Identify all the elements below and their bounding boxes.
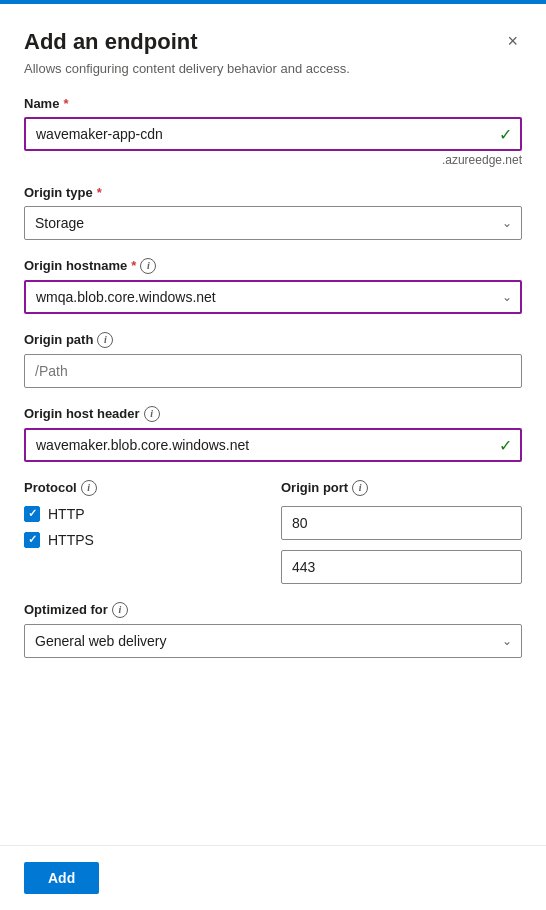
origin-path-info-icon[interactable]: i [97, 332, 113, 348]
panel-body: Name * ✓ .azureedge.net Origin type * St… [0, 88, 546, 845]
origin-hostname-group: Origin hostname * i wmqa.blob.core.windo… [24, 258, 522, 314]
origin-port-label: Origin port i [281, 480, 522, 496]
http-label: HTTP [48, 506, 85, 522]
add-endpoint-panel: Add an endpoint Allows configuring conte… [0, 0, 546, 910]
protocol-checkbox-group: ✓ HTTP ✓ HTTPS [24, 506, 265, 548]
origin-host-header-label: Origin host header i [24, 406, 522, 422]
origin-host-header-input-wrapper: ✓ [24, 428, 522, 462]
name-input[interactable] [24, 117, 522, 151]
panel-subtitle: Allows configuring content delivery beha… [24, 61, 350, 76]
origin-type-required-star: * [97, 185, 102, 200]
optimized-for-label: Optimized for i [24, 602, 522, 618]
protocol-port-row: Protocol i ✓ HTTP ✓ HTTPS [24, 480, 522, 584]
origin-port-info-icon[interactable]: i [352, 480, 368, 496]
name-input-wrapper: ✓ [24, 117, 522, 151]
protocol-label: Protocol i [24, 480, 265, 496]
name-check-icon: ✓ [499, 124, 512, 143]
origin-host-header-info-icon[interactable]: i [144, 406, 160, 422]
origin-path-label: Origin path i [24, 332, 522, 348]
header-text: Add an endpoint Allows configuring conte… [24, 28, 350, 76]
name-field-group: Name * ✓ .azureedge.net [24, 96, 522, 167]
https-check-mark: ✓ [28, 533, 37, 546]
origin-hostname-required-star: * [131, 258, 136, 273]
http-port-input[interactable] [281, 506, 522, 540]
protocol-info-icon[interactable]: i [81, 480, 97, 496]
protocol-section: Protocol i ✓ HTTP ✓ HTTPS [24, 480, 265, 548]
optimized-for-select[interactable]: General web delivery Dynamic site accele… [24, 624, 522, 658]
https-checkbox-item: ✓ HTTPS [24, 532, 265, 548]
origin-hostname-info-icon[interactable]: i [140, 258, 156, 274]
optimized-for-info-icon[interactable]: i [112, 602, 128, 618]
optimized-for-group: Optimized for i General web delivery Dyn… [24, 602, 522, 658]
origin-hostname-select[interactable]: wmqa.blob.core.windows.net [24, 280, 522, 314]
http-check-mark: ✓ [28, 507, 37, 520]
port-inputs [281, 506, 522, 584]
origin-host-header-check-icon: ✓ [499, 435, 512, 454]
origin-type-group: Origin type * Storage Cloud service Web … [24, 185, 522, 240]
panel-header: Add an endpoint Allows configuring conte… [0, 4, 546, 88]
origin-host-header-group: Origin host header i ✓ [24, 406, 522, 462]
name-domain-suffix: .azureedge.net [24, 153, 522, 167]
origin-type-select[interactable]: Storage Cloud service Web App Custom ori… [24, 206, 522, 240]
origin-type-select-wrapper: Storage Cloud service Web App Custom ori… [24, 206, 522, 240]
add-button[interactable]: Add [24, 862, 99, 894]
panel-footer: Add [0, 845, 546, 910]
origin-path-group: Origin path i [24, 332, 522, 388]
origin-type-label: Origin type * [24, 185, 522, 200]
panel-title: Add an endpoint [24, 28, 350, 57]
origin-hostname-label: Origin hostname * i [24, 258, 522, 274]
https-label: HTTPS [48, 532, 94, 548]
close-button[interactable]: × [503, 28, 522, 54]
https-port-input[interactable] [281, 550, 522, 584]
origin-path-input[interactable] [24, 354, 522, 388]
https-checkbox[interactable]: ✓ [24, 532, 40, 548]
name-required-star: * [63, 96, 68, 111]
origin-hostname-select-wrapper: wmqa.blob.core.windows.net ⌄ [24, 280, 522, 314]
name-label: Name * [24, 96, 522, 111]
http-checkbox[interactable]: ✓ [24, 506, 40, 522]
optimized-for-select-wrapper: General web delivery Dynamic site accele… [24, 624, 522, 658]
origin-host-header-input[interactable] [24, 428, 522, 462]
origin-port-section: Origin port i [281, 480, 522, 584]
http-checkbox-item: ✓ HTTP [24, 506, 265, 522]
